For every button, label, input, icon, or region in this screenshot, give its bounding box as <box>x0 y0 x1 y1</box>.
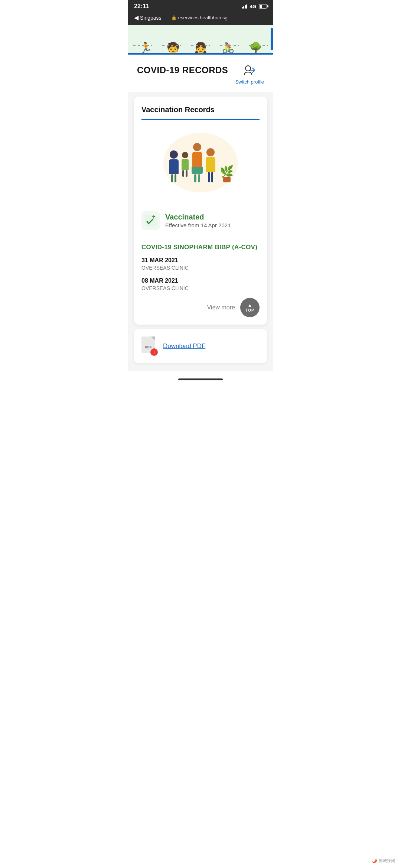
pdf-icon: PDF ↓ <box>141 337 158 356</box>
vaccination-status: Vaccinated Effective from 14 Apr 2021 <box>141 205 260 236</box>
pdf-download-arrow-icon: ↓ <box>150 348 158 356</box>
switch-profile-icon <box>244 65 255 78</box>
vaccinated-label: Vaccinated <box>165 213 231 221</box>
vaccination-card-title: Vaccination Records <box>141 105 260 120</box>
illustration-person-4 <box>206 148 215 182</box>
illustration-plant: 🌿 <box>221 164 232 182</box>
network-label: 4G <box>250 4 256 9</box>
status-icons: 4G <box>242 4 267 9</box>
back-label: Singpass <box>140 15 162 21</box>
page-content: COVID-19 RECORDS Switch profile Vaccinat… <box>128 55 273 371</box>
vaccine-name: COVID-19 SINOPHARM BIBP (A-COV) <box>141 244 260 251</box>
banner-figure-5: 🌳 <box>249 43 262 53</box>
banner-figure-2: 🧒 <box>167 43 180 53</box>
scroll-indicator <box>271 28 273 50</box>
view-more-link[interactable]: View more <box>207 304 235 311</box>
nav-url: 🔒 eservices.healthhub.sg <box>171 15 228 20</box>
dose-2: 08 MAR 2021 OVERSEAS CLINIC <box>141 277 260 291</box>
banner: 🏃 🧒 👧 🚴 🌳 <box>128 25 273 55</box>
top-button[interactable]: ▲ TOP <box>240 298 260 317</box>
vaccination-illustration: 🌿 <box>141 127 260 198</box>
status-time: 22:11 <box>134 3 149 10</box>
view-more-row: View more ▲ TOP <box>141 298 260 317</box>
top-button-label: TOP <box>245 308 254 312</box>
illustration-person-2 <box>182 152 189 177</box>
switch-profile-button[interactable]: Switch profile <box>235 65 264 85</box>
back-chevron-icon: ◀ <box>134 14 138 21</box>
svg-point-0 <box>245 66 251 71</box>
lock-icon: 🔒 <box>171 15 177 20</box>
dose-1: 31 MAR 2021 OVERSEAS CLINIC <box>141 257 260 271</box>
vaccinated-effective-date: Effective from 14 Apr 2021 <box>165 222 231 228</box>
banner-figure-1: 🏃 <box>139 43 152 53</box>
top-arrow-icon: ▲ <box>247 303 252 308</box>
banner-figure-3: 👧 <box>194 43 207 53</box>
battery-icon <box>259 4 267 9</box>
signal-bars <box>242 4 247 9</box>
banner-figure-4: 🚴 <box>222 43 235 53</box>
illustration-person-1 <box>169 150 179 182</box>
home-indicator <box>178 378 223 380</box>
vaccinated-status-text: Vaccinated Effective from 14 Apr 2021 <box>165 213 231 228</box>
page-title: COVID-19 RECORDS <box>137 65 228 75</box>
dose-2-clinic: OVERSEAS CLINIC <box>141 285 260 291</box>
banner-figures: 🏃 🧒 👧 🚴 🌳 <box>128 25 273 53</box>
url-text: eservices.healthhub.sg <box>178 15 228 20</box>
vaccination-card: Vaccination Records <box>134 97 267 325</box>
dose-1-clinic: OVERSEAS CLINIC <box>141 265 260 271</box>
dose-2-date: 08 MAR 2021 <box>141 277 260 284</box>
bottom-bar <box>128 374 273 385</box>
back-button[interactable]: ◀ Singpass <box>134 14 162 21</box>
vaccinated-badge <box>141 211 160 230</box>
illustration-person-3 <box>192 143 203 182</box>
download-pdf-link[interactable]: Download PDF <box>163 342 205 350</box>
download-pdf-row: PDF ↓ Download PDF <box>134 329 267 363</box>
switch-profile-label: Switch profile <box>235 79 264 85</box>
status-bar: 22:11 4G <box>128 0 273 12</box>
dose-1-date: 31 MAR 2021 <box>141 257 260 264</box>
records-header: COVID-19 RECORDS Switch profile <box>128 55 273 92</box>
nav-bar: ◀ Singpass 🔒 eservices.healthhub.sg <box>128 12 273 25</box>
